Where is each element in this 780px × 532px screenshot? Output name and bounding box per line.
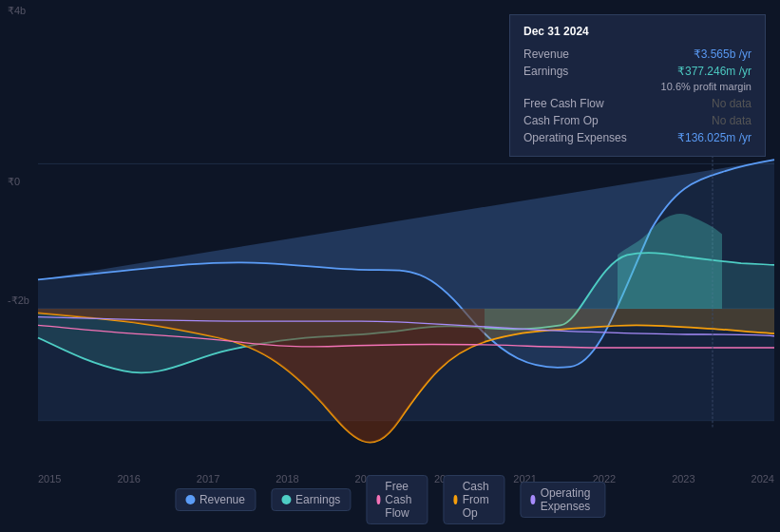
y-label-4b: ₹4b [8, 5, 26, 17]
legend-dot-fcf [376, 495, 380, 504]
legend-cfo[interactable]: Cash From Op [443, 475, 504, 524]
tooltip-value-cfo: No data [712, 114, 751, 127]
legend-revenue[interactable]: Revenue [175, 488, 256, 511]
x-label-2015: 2015 [38, 473, 61, 484]
x-label-2016: 2016 [117, 473, 140, 484]
tooltip-value-opex: ₹136.025m /yr [677, 131, 751, 144]
legend-dot-cfo [453, 495, 457, 504]
tooltip-label-earnings: Earnings [523, 65, 568, 78]
tooltip-row-earnings: Earnings ₹377.246m /yr [523, 63, 751, 80]
tooltip-value-revenue: ₹3.565b /yr [694, 48, 751, 61]
tooltip-panel: Dec 31 2024 Revenue ₹3.565b /yr Earnings… [509, 14, 766, 157]
legend-dot-revenue [185, 495, 195, 504]
legend-label-fcf: Free Cash Flow [385, 480, 417, 520]
legend-label-opex: Operating Expenses [541, 486, 595, 513]
chart-area [0, 147, 780, 470]
legend-earnings[interactable]: Earnings [271, 488, 351, 511]
tooltip-row-fcf: Free Cash Flow No data [523, 95, 751, 112]
legend-dot-earnings [281, 495, 291, 504]
tooltip-label-fcf: Free Cash Flow [523, 97, 604, 110]
tooltip-profit-margin: 10.6% profit margin [523, 80, 751, 95]
tooltip-value-earnings: ₹377.246m /yr [677, 65, 751, 78]
tooltip-label-revenue: Revenue [523, 48, 569, 61]
legend-label-earnings: Earnings [295, 493, 340, 506]
legend-opex[interactable]: Operating Expenses [520, 482, 605, 518]
tooltip-label-opex: Operating Expenses [523, 131, 627, 144]
tooltip-label-cfo: Cash From Op [523, 114, 599, 127]
tooltip-value-fcf: No data [712, 97, 751, 110]
x-label-2024: 2024 [751, 473, 774, 484]
tooltip-row-revenue: Revenue ₹3.565b /yr [523, 46, 751, 63]
legend-label-revenue: Revenue [200, 493, 245, 506]
tooltip-row-cfo: Cash From Op No data [523, 112, 751, 129]
tooltip-row-opex: Operating Expenses ₹136.025m /yr [523, 129, 751, 146]
tooltip-date: Dec 31 2024 [523, 25, 751, 38]
x-label-2023: 2023 [672, 473, 694, 484]
legend-label-cfo: Cash From Op [463, 480, 495, 520]
chart-legend: Revenue Earnings Free Cash Flow Cash Fro… [175, 475, 605, 524]
legend-dot-opex [530, 495, 535, 504]
legend-fcf[interactable]: Free Cash Flow [366, 475, 428, 524]
